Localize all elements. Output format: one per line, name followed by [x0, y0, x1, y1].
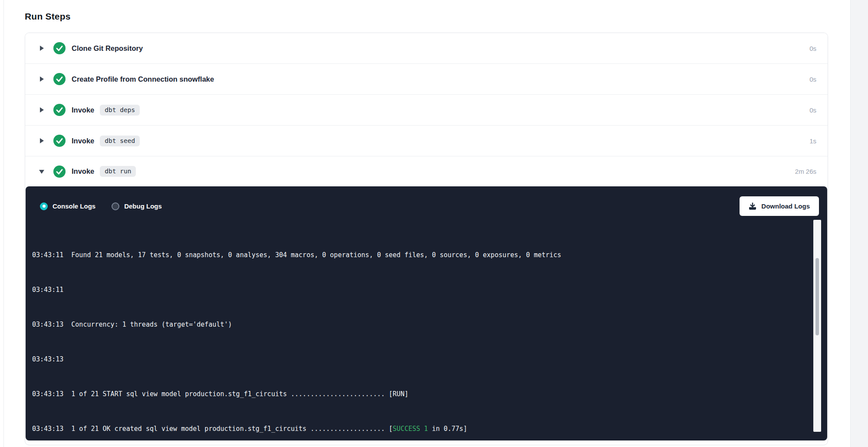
console-logs-label: Console Logs: [53, 202, 95, 210]
step-label: Invoke: [72, 106, 94, 114]
log-text: 03:43:13 1 of 21 OK created sql view mod…: [32, 425, 393, 433]
log-line: 03:43:13: [32, 355, 806, 364]
chevron-right-icon[interactable]: [39, 45, 44, 51]
log-text: 03:43:13 Concurrency: 1 threads (target=…: [32, 321, 232, 328]
success-check-icon: [53, 73, 66, 85]
success-check-icon: [53, 42, 66, 54]
success-check-icon: [53, 135, 66, 147]
step-label: Invoke: [72, 167, 94, 175]
radio-button-icon: [40, 202, 48, 210]
log-tail-text: in 0.77s]: [428, 425, 467, 433]
chevron-right-icon[interactable]: [39, 138, 44, 144]
console-log-viewport[interactable]: 03:43:11 Found 21 models, 17 tests, 0 sn…: [32, 220, 806, 437]
left-divider: [3, 0, 4, 447]
step-command-badge: dbt seed: [100, 136, 140, 146]
step-command-badge: dbt run: [100, 166, 136, 177]
steps-list: Clone Git Repository 0s Create Profile f…: [25, 33, 828, 186]
page-title: Run Steps: [25, 11, 71, 22]
run-steps-page: Run Steps Clone Git Repository 0s Create…: [0, 0, 868, 447]
run-step-row[interactable]: Invoke dbt deps 0s: [25, 95, 828, 126]
run-steps-card: Clone Git Repository 0s Create Profile f…: [25, 33, 828, 445]
run-step-row[interactable]: Clone Git Repository 0s: [25, 33, 828, 64]
chevron-right-icon[interactable]: [39, 76, 44, 82]
log-line: 03:43:11: [32, 285, 806, 294]
log-line: 03:43:13 1 of 21 OK created sql view mod…: [32, 424, 806, 433]
log-text: 03:43:13 1 of 21 START sql view model pr…: [32, 390, 408, 398]
log-line: 03:43:13 Concurrency: 1 threads (target=…: [32, 320, 806, 329]
run-step-row[interactable]: Invoke dbt seed 1s: [25, 126, 828, 156]
log-line: 03:43:11 Found 21 models, 17 tests, 0 sn…: [32, 251, 806, 259]
step-command-badge: dbt deps: [100, 105, 140, 116]
log-terminal-panel: Console Logs Debug Logs Download Logs 03…: [26, 186, 827, 440]
download-logs-button[interactable]: Download Logs: [740, 196, 819, 216]
step-duration: 1s: [809, 137, 816, 145]
step-label: Create Profile from Connection snowflake: [72, 75, 214, 83]
run-step-row[interactable]: Invoke dbt run 2m 26s: [25, 156, 828, 186]
success-check-icon: [53, 166, 66, 178]
step-duration: 2m 26s: [795, 168, 816, 175]
download-logs-label: Download Logs: [761, 202, 810, 210]
log-text: 03:43:11 Found 21 models, 17 tests, 0 sn…: [32, 251, 561, 259]
run-step-row[interactable]: Create Profile from Connection snowflake…: [25, 64, 828, 95]
step-duration: 0s: [809, 45, 816, 52]
chevron-down-icon[interactable]: [39, 169, 44, 175]
log-text: 03:43:11: [32, 286, 63, 294]
right-gutter: [850, 0, 868, 447]
step-duration: 0s: [809, 76, 816, 83]
log-text: 03:43:13: [32, 355, 63, 363]
log-line: 03:43:13 1 of 21 START sql view model pr…: [32, 390, 806, 398]
console-logs-radio[interactable]: Console Logs: [40, 202, 95, 210]
debug-logs-label: Debug Logs: [124, 202, 162, 210]
download-icon: [749, 202, 756, 210]
step-label: Clone Git Repository: [72, 44, 143, 53]
log-scrollbar-track[interactable]: [813, 220, 821, 432]
terminal-header: Console Logs Debug Logs Download Logs: [26, 186, 827, 220]
debug-logs-radio[interactable]: Debug Logs: [112, 202, 162, 210]
step-label: Invoke: [72, 137, 94, 145]
console-log-content: 03:43:11 Found 21 models, 17 tests, 0 sn…: [32, 233, 806, 437]
success-check-icon: [53, 104, 66, 116]
chevron-right-icon[interactable]: [39, 107, 44, 113]
radio-button-icon: [112, 202, 119, 210]
log-scrollbar-thumb[interactable]: [815, 258, 819, 335]
step-duration: 0s: [809, 106, 816, 114]
log-success-text: SUCCESS 1: [393, 425, 428, 433]
